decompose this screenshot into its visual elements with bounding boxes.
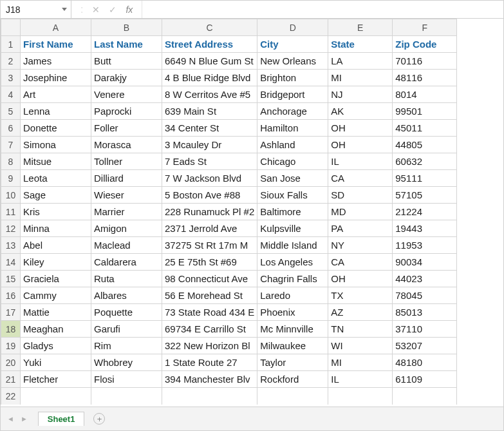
cell[interactable]: Minna: [21, 220, 91, 237]
col-header-B[interactable]: B: [91, 19, 162, 36]
row-header[interactable]: 22: [1, 388, 21, 405]
cell[interactable]: Butt: [91, 53, 162, 70]
cell[interactable]: Mc Minnville: [257, 321, 328, 338]
cell[interactable]: New Orleans: [257, 53, 328, 70]
cell[interactable]: AZ: [328, 304, 393, 321]
cell[interactable]: Donette: [21, 120, 91, 137]
cell[interactable]: 639 Main St: [162, 103, 257, 120]
cell[interactable]: 37275 St Rt 17m M: [162, 237, 257, 254]
row-header[interactable]: 5: [1, 103, 21, 120]
row-header[interactable]: 8: [1, 153, 21, 170]
cell[interactable]: [162, 388, 257, 405]
cell[interactable]: 78045: [393, 287, 457, 304]
row-header[interactable]: 19: [1, 338, 21, 354]
cell[interactable]: 90034: [393, 254, 457, 271]
cell[interactable]: Fletcher: [21, 371, 91, 388]
sheet-nav-left-icon[interactable]: ◄: [7, 415, 14, 423]
cell[interactable]: [91, 388, 162, 405]
cell[interactable]: Chicago: [257, 153, 328, 170]
cell[interactable]: 2371 Jerrold Ave: [162, 220, 257, 237]
cell[interactable]: 8 W Cerritos Ave #5: [162, 86, 257, 103]
cell[interactable]: 53207: [393, 338, 457, 354]
row-header[interactable]: 2: [1, 53, 21, 70]
cell[interactable]: Darakjy: [91, 70, 162, 86]
row-header[interactable]: 20: [1, 354, 21, 371]
cell[interactable]: 70116: [393, 53, 457, 70]
select-all-corner[interactable]: [1, 19, 21, 36]
cell[interactable]: OH: [328, 271, 393, 287]
cell[interactable]: IL: [328, 153, 393, 170]
cell[interactable]: MD: [328, 204, 393, 220]
cell[interactable]: 61109: [393, 371, 457, 388]
cell[interactable]: 98 Connecticut Ave: [162, 271, 257, 287]
cell[interactable]: 37110: [393, 321, 457, 338]
cell[interactable]: Ruta: [91, 271, 162, 287]
cell[interactable]: 7 W Jackson Blvd: [162, 170, 257, 187]
cell[interactable]: CA: [328, 170, 393, 187]
row-header[interactable]: 18: [1, 321, 21, 338]
header-cell[interactable]: State: [328, 36, 393, 53]
row-header[interactable]: 16: [1, 287, 21, 304]
cell[interactable]: Poquette: [91, 304, 162, 321]
cell[interactable]: 69734 E Carrillo St: [162, 321, 257, 338]
cell[interactable]: 44805: [393, 137, 457, 153]
cell[interactable]: 7 Eads St: [162, 153, 257, 170]
cell[interactable]: Kris: [21, 204, 91, 220]
cell[interactable]: 4 B Blue Ridge Blvd: [162, 70, 257, 86]
row-header[interactable]: 4: [1, 86, 21, 103]
row-header[interactable]: 14: [1, 254, 21, 271]
cell[interactable]: Paprocki: [91, 103, 162, 120]
add-sheet-button[interactable]: +: [93, 413, 105, 425]
cell[interactable]: Baltimore: [257, 204, 328, 220]
col-header-A[interactable]: A: [21, 19, 91, 36]
row-header[interactable]: 15: [1, 271, 21, 287]
row-header[interactable]: 11: [1, 204, 21, 220]
cell[interactable]: IL: [328, 371, 393, 388]
row-header[interactable]: 9: [1, 170, 21, 187]
cell[interactable]: Whobrey: [91, 354, 162, 371]
cell[interactable]: Sioux Falls: [257, 187, 328, 204]
cell[interactable]: NY: [328, 237, 393, 254]
cell[interactable]: Mattie: [21, 304, 91, 321]
cell[interactable]: Ashland: [257, 137, 328, 153]
cell[interactable]: TX: [328, 287, 393, 304]
cell[interactable]: Tollner: [91, 153, 162, 170]
cell[interactable]: Cammy: [21, 287, 91, 304]
row-header[interactable]: 10: [1, 187, 21, 204]
cell[interactable]: AK: [328, 103, 393, 120]
cell[interactable]: 25 E 75th St #69: [162, 254, 257, 271]
cell[interactable]: Wieser: [91, 187, 162, 204]
cell[interactable]: Foller: [91, 120, 162, 137]
cell[interactable]: James: [21, 53, 91, 70]
cell[interactable]: Los Angeles: [257, 254, 328, 271]
fx-icon[interactable]: fx: [126, 5, 133, 15]
cell[interactable]: Flosi: [91, 371, 162, 388]
cell[interactable]: Rim: [91, 338, 162, 354]
cell[interactable]: Caldarera: [91, 254, 162, 271]
cell[interactable]: Josephine: [21, 70, 91, 86]
cell[interactable]: Gladys: [21, 338, 91, 354]
row-header[interactable]: 7: [1, 137, 21, 153]
col-header-F[interactable]: F: [393, 19, 457, 36]
cell[interactable]: Anchorage: [257, 103, 328, 120]
cell[interactable]: Marrier: [91, 204, 162, 220]
row-header[interactable]: 3: [1, 70, 21, 86]
header-cell[interactable]: Zip Code: [393, 36, 457, 53]
cell[interactable]: 228 Runamuck Pl #2: [162, 204, 257, 220]
col-header-E[interactable]: E: [328, 19, 393, 36]
cell[interactable]: TN: [328, 321, 393, 338]
cell[interactable]: 5 Boston Ave #88: [162, 187, 257, 204]
cell[interactable]: Taylor: [257, 354, 328, 371]
cell[interactable]: OH: [328, 120, 393, 137]
cell[interactable]: 1 State Route 27: [162, 354, 257, 371]
cell[interactable]: Kiley: [21, 254, 91, 271]
row-header[interactable]: 21: [1, 371, 21, 388]
cell[interactable]: CA: [328, 254, 393, 271]
cell[interactable]: 56 E Morehead St: [162, 287, 257, 304]
cell[interactable]: 48180: [393, 354, 457, 371]
cell[interactable]: MI: [328, 70, 393, 86]
cell[interactable]: 322 New Horizon Bl: [162, 338, 257, 354]
spreadsheet-grid[interactable]: A B C D E F 1First NameLast NameStreet A…: [1, 19, 503, 407]
cell[interactable]: Middle Island: [257, 237, 328, 254]
cell[interactable]: 3 Mcauley Dr: [162, 137, 257, 153]
